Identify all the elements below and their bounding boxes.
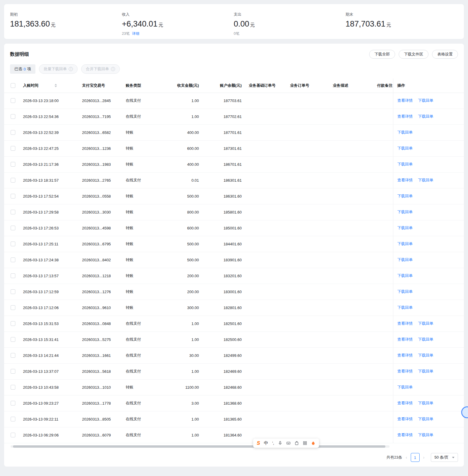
- download-receipt-link[interactable]: 下载回单: [397, 242, 413, 246]
- panel-header: 数据明细 下载全部 下载文件区 表格设置: [4, 50, 464, 59]
- select-all-checkbox[interactable]: [11, 83, 15, 88]
- cell-account-type: 转账: [123, 284, 162, 300]
- view-detail-link[interactable]: 查看详情: [397, 417, 413, 421]
- cell-base-order-no: [246, 316, 288, 331]
- row-checkbox[interactable]: [11, 114, 15, 119]
- download-receipt-link[interactable]: 下载回单: [418, 369, 433, 373]
- download-zone-button[interactable]: 下载文件区: [399, 50, 428, 59]
- cell-description: [330, 427, 375, 443]
- download-receipt-link[interactable]: 下载回单: [397, 130, 413, 134]
- download-receipt-link[interactable]: 下载回单: [418, 353, 433, 357]
- view-detail-link[interactable]: 查看详情: [397, 353, 413, 357]
- download-receipt-link[interactable]: 下载回单: [397, 289, 413, 294]
- row-checkbox[interactable]: [11, 194, 15, 198]
- row-checkbox[interactable]: [11, 417, 15, 421]
- row-checkbox[interactable]: [11, 273, 15, 278]
- view-detail-link[interactable]: 查看详情: [397, 433, 413, 437]
- cell-order-no: [288, 124, 330, 140]
- cell-balance: 182499.60: [204, 347, 246, 363]
- skin-icon[interactable]: [311, 441, 315, 445]
- tone-punctuation-icon[interactable]: ’,: [272, 441, 274, 445]
- cell-operations: 下载回单: [393, 268, 464, 284]
- download-receipt-link[interactable]: 下载回单: [397, 194, 413, 198]
- row-checkbox[interactable]: [11, 162, 15, 167]
- download-receipt-link[interactable]: 下载回单: [397, 305, 413, 310]
- summary-card: 期初 181,363.60元 收入 +6,340.01元 23笔详细 支出 0.…: [4, 4, 464, 39]
- cell-entry-time: 2026-03-13 17:13:57: [21, 268, 80, 284]
- row-checkbox[interactable]: [11, 353, 15, 358]
- row-checkbox[interactable]: [11, 146, 15, 151]
- view-detail-link[interactable]: 查看详情: [397, 321, 413, 326]
- download-all-button[interactable]: 下载全部: [369, 50, 395, 59]
- download-receipt-link[interactable]: 下载回单: [397, 226, 413, 230]
- cell-transaction-no: 20260313...2765: [80, 172, 123, 188]
- apps-grid-icon[interactable]: [303, 441, 307, 445]
- download-receipt-link[interactable]: 下载回单: [418, 178, 433, 182]
- view-detail-link[interactable]: 查看详情: [397, 369, 413, 373]
- download-receipt-link[interactable]: 下载回单: [418, 337, 433, 342]
- income-detail-link[interactable]: 详细: [132, 31, 139, 36]
- row-checkbox[interactable]: [11, 226, 15, 230]
- table-settings-button[interactable]: 表格设置: [432, 50, 458, 59]
- next-page-button[interactable]: ›: [422, 455, 426, 460]
- download-receipt-link[interactable]: 下载回单: [397, 257, 413, 262]
- sort-icon[interactable]: [55, 84, 57, 87]
- cell-balance: 186701.61: [204, 156, 246, 172]
- download-receipt-link[interactable]: 下载回单: [418, 98, 433, 103]
- header-entry-time[interactable]: 入账时间: [21, 78, 80, 93]
- ime-toolbar: S 中 ’,: [253, 439, 319, 448]
- info-icon: i: [111, 67, 115, 71]
- download-receipt-link[interactable]: 下载回单: [397, 146, 413, 150]
- row-checkbox[interactable]: [11, 210, 15, 214]
- prev-page-button[interactable]: ‹: [405, 455, 408, 460]
- cell-order-no: [288, 204, 330, 220]
- download-receipt-link[interactable]: 下载回单: [397, 210, 413, 214]
- chinese-mode-icon[interactable]: 中: [264, 440, 268, 446]
- table-row: 2026-03-13 10:43:5820260313...1010转账1100…: [4, 379, 464, 395]
- row-checkbox[interactable]: [11, 98, 15, 103]
- cell-account-type: 转账: [123, 188, 162, 204]
- view-detail-link[interactable]: 查看详情: [397, 114, 413, 119]
- cell-account-type: 转账: [123, 124, 162, 140]
- row-checkbox[interactable]: [11, 257, 15, 262]
- row-checkbox[interactable]: [11, 433, 15, 437]
- merge-download-button[interactable]: 合并下载回单 i: [81, 64, 120, 74]
- clipboard-icon[interactable]: [294, 441, 299, 445]
- download-receipt-link[interactable]: 下载回单: [418, 114, 433, 119]
- row-checkbox[interactable]: [11, 178, 15, 183]
- current-page-button[interactable]: 1: [411, 453, 420, 462]
- view-detail-link[interactable]: 查看详情: [397, 98, 413, 103]
- page-size-select[interactable]: 50 条/页: [431, 453, 458, 462]
- horizontal-scrollbar-track[interactable]: [11, 445, 390, 448]
- download-receipt-link[interactable]: 下载回单: [397, 385, 413, 389]
- row-checkbox[interactable]: [11, 242, 15, 246]
- row-checkbox[interactable]: [11, 305, 15, 310]
- row-checkbox[interactable]: [11, 369, 15, 374]
- download-receipt-link[interactable]: 下载回单: [418, 321, 433, 326]
- cell-payment: [375, 204, 393, 220]
- download-receipt-link[interactable]: 下载回单: [418, 433, 433, 437]
- batch-download-button[interactable]: 批量下载回单 i: [39, 64, 78, 74]
- table-row: 2026-03-13 15:31:4120260313...5275在线支付1.…: [4, 331, 464, 347]
- horizontal-scrollbar-thumb[interactable]: [13, 445, 385, 448]
- view-detail-link[interactable]: 查看详情: [397, 337, 413, 342]
- download-receipt-link[interactable]: 下载回单: [418, 401, 433, 405]
- row-checkbox[interactable]: [11, 289, 15, 294]
- sogou-logo-icon[interactable]: S: [257, 440, 260, 446]
- view-detail-link[interactable]: 查看详情: [397, 178, 413, 182]
- selected-prefix: 已选: [14, 66, 22, 72]
- row-checkbox[interactable]: [11, 321, 15, 326]
- keyboard-icon[interactable]: [286, 441, 291, 445]
- row-checkbox[interactable]: [11, 130, 15, 135]
- cell-base-order-no: [246, 252, 288, 268]
- download-receipt-link[interactable]: 下载回单: [397, 162, 413, 166]
- row-checkbox[interactable]: [11, 337, 15, 342]
- download-receipt-link[interactable]: 下载回单: [397, 273, 413, 278]
- cell-payment: [375, 300, 393, 316]
- download-receipt-link[interactable]: 下载回单: [418, 417, 433, 421]
- row-checkbox[interactable]: [11, 385, 15, 390]
- microphone-icon[interactable]: [278, 441, 282, 445]
- cell-amount: 200.00: [162, 268, 204, 284]
- view-detail-link[interactable]: 查看详情: [397, 401, 413, 405]
- row-checkbox[interactable]: [11, 401, 15, 406]
